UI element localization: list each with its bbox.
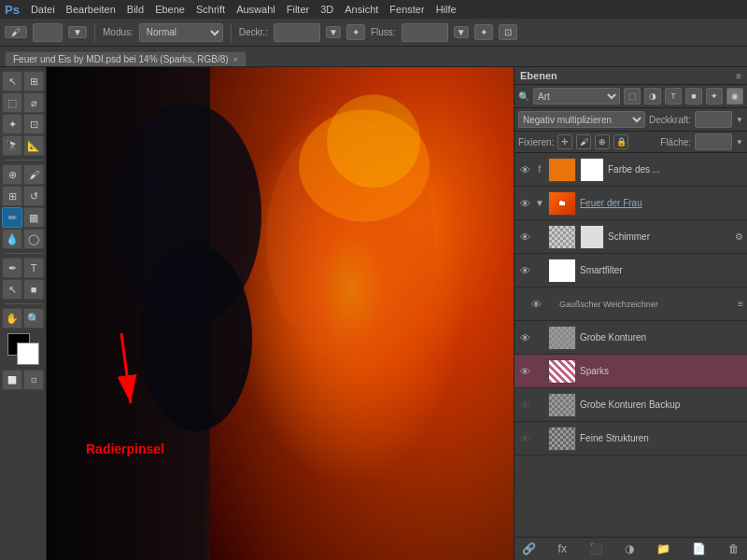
layer-eye-sparks[interactable]: 👁 — [518, 366, 531, 377]
blend-mode-select[interactable]: Negativ multiplizieren — [518, 111, 645, 128]
canvas-tab[interactable]: Feuer und Eis by MDI.psd bei 14% (Sparks… — [5, 51, 247, 66]
flow-dropdown-btn[interactable]: ▼ — [454, 26, 469, 38]
menu-datei[interactable]: Datei — [31, 4, 55, 15]
tool-row-1: ↖ ⊞ — [2, 71, 44, 91]
tool-row-2: ⬚ ⌀ — [2, 92, 44, 113]
shape-tool[interactable]: ■ — [23, 279, 44, 300]
quick-select-tool[interactable]: ✦ — [2, 114, 22, 134]
stylus-btn[interactable]: ✦ — [474, 24, 493, 40]
fx-btn[interactable]: fx — [555, 540, 571, 557]
layer-item-smart[interactable]: 👁 Smartfilter — [514, 254, 747, 287]
brush-tool[interactable]: 🖌 — [23, 164, 44, 185]
ruler-tool[interactable]: 📐 — [23, 135, 44, 156]
pen-tool[interactable]: ✒ — [2, 258, 22, 278]
canvas-content[interactable]: Radierpinsel — [47, 67, 514, 560]
path-select-tool[interactable]: ↖ — [2, 279, 22, 300]
clone-tool[interactable]: ⊞ — [2, 186, 22, 206]
background-color[interactable] — [17, 343, 39, 365]
layer-item-backup[interactable]: 👁 Grobe Konturen Backup — [514, 388, 747, 422]
marquee-tool[interactable]: ⬚ — [2, 92, 22, 113]
menu-bild[interactable]: Bild — [127, 4, 144, 15]
layer-item-feine[interactable]: 👁 Feine Strukturen — [514, 422, 747, 455]
link-layers-btn[interactable]: 🔗 — [518, 540, 540, 557]
new-layer-btn[interactable]: 📄 — [688, 540, 710, 557]
mask-btn[interactable]: ⬛ — [585, 540, 607, 557]
fill-value-input[interactable]: 100% — [695, 133, 732, 150]
layer-info-feuer: Feuer der Frau — [580, 198, 743, 208]
layer-settings-schimmer[interactable]: ⚙ — [735, 231, 743, 242]
layer-info-feine: Feine Strukturen — [580, 433, 743, 443]
layer-item[interactable]: 👁 f Farbe des ... — [514, 153, 747, 187]
right-panel: Ebenen ≡ 🔍 Art ⬚ ◑ T ■ ✦ ◉ Negativ multi… — [514, 67, 747, 560]
filter-adj-btn[interactable]: ◑ — [644, 88, 661, 105]
layer-eye-feine[interactable]: 👁 — [518, 433, 531, 444]
eyedropper-tool[interactable]: 🔭 — [2, 135, 22, 156]
airbrush-btn[interactable]: ✦ — [346, 24, 365, 40]
move-tool[interactable]: ↖ — [2, 71, 22, 91]
flow-input[interactable]: 100% — [402, 23, 448, 42]
layer-item-gauss[interactable]: 👁 Gaußscher Weichzeichner ≡ — [514, 287, 747, 321]
menu-3d[interactable]: 3D — [320, 4, 333, 15]
menu-bearbeiten[interactable]: Bearbeiten — [66, 4, 116, 15]
menu-hilfe[interactable]: Hilfe — [436, 4, 457, 15]
panel-collapse-btn[interactable]: ≡ — [736, 71, 741, 81]
dodge-tool[interactable]: ◯ — [23, 229, 44, 249]
tab-close-btn[interactable]: × — [233, 55, 238, 64]
layer-item-sparks[interactable]: 👁 Sparks — [514, 355, 747, 388]
layer-eye-backup[interactable]: 👁 — [518, 399, 531, 411]
screen-mode-btn[interactable]: ⊡ — [23, 370, 44, 390]
menu-fenster[interactable]: Fenster — [389, 4, 424, 15]
menu-filter[interactable]: Filter — [287, 4, 309, 15]
filter-type-btn[interactable]: T — [665, 88, 682, 105]
layer-filter-select[interactable]: Art — [533, 88, 620, 105]
fix-img-btn[interactable]: ⊕ — [595, 134, 610, 149]
artboard-tool[interactable]: ⊞ — [23, 71, 44, 91]
layer-eye-farbe[interactable]: 👁 — [518, 164, 531, 175]
spot-heal-tool[interactable]: ⊕ — [2, 164, 22, 185]
new-group-btn[interactable]: 📁 — [653, 540, 674, 557]
filter-toggle-btn[interactable]: ◉ — [726, 88, 743, 105]
fix-pos-btn[interactable]: ✛ — [557, 134, 572, 149]
layer-settings-gauss[interactable]: ≡ — [738, 299, 743, 309]
menu-auswahl[interactable]: Auswahl — [236, 4, 275, 15]
lasso-tool[interactable]: ⌀ — [23, 92, 44, 113]
filter-shape-btn[interactable]: ■ — [685, 88, 702, 105]
gradient-tool[interactable]: ▦ — [23, 207, 44, 228]
layer-expand-feuer[interactable]: ▼ — [535, 198, 544, 208]
layer-name-schimmer: Schimmer — [608, 231, 731, 242]
fix-pixel-btn[interactable]: 🖌 — [576, 134, 591, 149]
history-brush-tool[interactable]: ↺ — [23, 186, 44, 206]
menu-schrift[interactable]: Schrift — [196, 4, 225, 15]
opacity-dropdown-btn[interactable]: ▼ — [326, 26, 341, 38]
opacity-input[interactable]: 100% — [274, 23, 320, 42]
menu-ansicht[interactable]: Ansicht — [345, 4, 378, 15]
quick-mask-btn[interactable]: ⬜ — [2, 370, 22, 390]
type-tool[interactable]: T — [23, 258, 44, 278]
brush-picker-btn[interactable]: 🖌 — [5, 26, 27, 38]
layer-eye-smart[interactable]: 👁 — [518, 265, 531, 276]
menu-ebene[interactable]: Ebene — [155, 4, 185, 15]
layer-eye-gauss[interactable]: 👁 — [529, 299, 543, 310]
filter-smart-btn[interactable]: ✦ — [706, 88, 723, 105]
delete-layer-btn[interactable]: 🗑 — [725, 540, 743, 557]
eraser-tool[interactable]: ✏ — [2, 207, 22, 228]
layer-item-group[interactable]: 👁 ▼ 🖿 Feuer der Frau — [514, 187, 747, 220]
crop-tool[interactable]: ⊡ — [23, 114, 44, 134]
brush-options-btn[interactable]: ▼ — [68, 26, 87, 38]
zoom-tool[interactable]: 🔍 — [23, 308, 44, 329]
fix-all-btn[interactable]: 🔒 — [613, 134, 628, 149]
hand-tool[interactable]: ✋ — [2, 308, 22, 329]
layer-item-grobe[interactable]: 👁 Grobe Konturen — [514, 321, 747, 355]
adjustment-btn[interactable]: ◑ — [621, 540, 638, 557]
layer-item-schimmer[interactable]: 👁 Schimmer ⚙ — [514, 220, 747, 254]
layers-list[interactable]: 👁 f Farbe des ... 👁 ▼ 🖿 Feuer der Frau — [514, 153, 747, 537]
layer-eye-feuer[interactable]: 👁 — [518, 198, 531, 209]
layer-eye-schimmer[interactable]: 👁 — [518, 231, 531, 243]
filter-pixel-btn[interactable]: ⬚ — [624, 88, 641, 105]
brush-size-input[interactable]: 17 — [33, 23, 63, 42]
opacity-value-input[interactable]: 100% — [695, 111, 732, 128]
blur-tool[interactable]: 💧 — [2, 229, 22, 249]
tablet-btn[interactable]: ⊡ — [499, 24, 517, 40]
layer-eye-grobe[interactable]: 👁 — [518, 332, 531, 343]
mode-select[interactable]: Normal — [139, 23, 223, 42]
